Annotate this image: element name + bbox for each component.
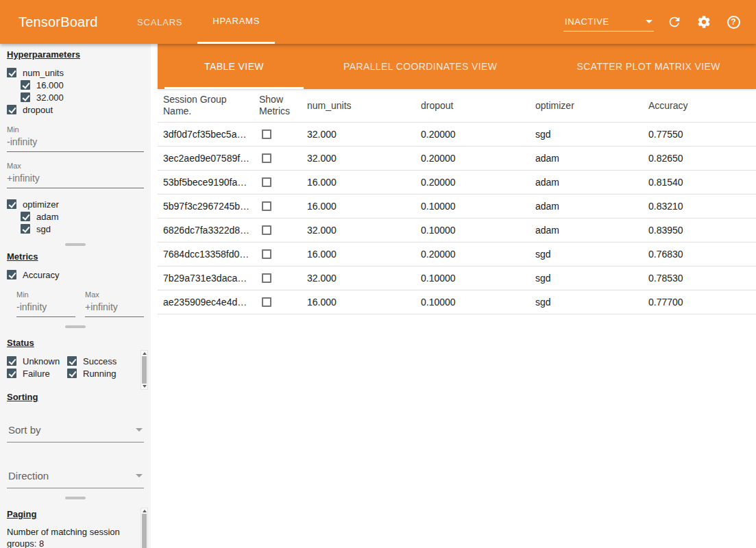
dropout-min-input[interactable] [7, 134, 144, 152]
col-accuracy[interactable]: Accuracy [643, 100, 756, 112]
checkbox-icon[interactable] [7, 356, 16, 366]
metrics-section: Metrics Accuracy Min Max [0, 246, 151, 328]
show-metrics-checkbox[interactable] [262, 297, 271, 307]
hparams-main: TABLE VIEW PARALLEL COORDINATES VIEW SCA… [158, 44, 756, 548]
optimizer-value-adam-label: adam [36, 212, 59, 222]
col-show-metrics[interactable]: Show Metrics [254, 94, 302, 117]
num-units-value: 32.000 [302, 273, 415, 284]
dropout-value: 0.20000 [415, 129, 530, 140]
metric-min-label: Min [16, 290, 75, 299]
scrollbar-thumb[interactable] [142, 514, 147, 548]
checkbox-icon[interactable] [7, 369, 16, 378]
gear-icon [696, 14, 711, 29]
dropout-max-input[interactable] [7, 170, 144, 188]
col-num-units[interactable]: num_units [302, 100, 415, 112]
sort-by-label: Sort by [8, 424, 41, 436]
num-units-value-16-checkbox[interactable]: 16.000 [21, 79, 144, 91]
status-scrollbar[interactable] [141, 350, 148, 390]
hparam-num-units-label: num_units [23, 68, 64, 78]
help-button[interactable]: ? [724, 13, 742, 31]
checkbox-icon[interactable] [7, 105, 16, 114]
checkbox-icon[interactable] [67, 369, 77, 378]
tab-table-view[interactable]: TABLE VIEW [164, 44, 304, 89]
status-failure-checkbox[interactable]: Failure [7, 367, 67, 379]
show-metrics-checkbox[interactable] [262, 273, 271, 283]
accuracy-value: 0.83210 [643, 201, 756, 212]
dropout-value: 0.10000 [415, 273, 530, 284]
optimizer-value: sgd [530, 273, 643, 284]
show-metrics-checkbox[interactable] [262, 249, 271, 259]
session-group-name: ae235909ec4e4d… [158, 297, 254, 308]
metric-max-input[interactable] [85, 299, 144, 317]
optimizer-value: adam [530, 177, 643, 188]
table-row: 7684dcc13358fd0… 16.000 0.20000 sgd 0.76… [158, 242, 756, 266]
accuracy-value: 0.77700 [643, 297, 756, 308]
col-dropout[interactable]: dropout [415, 100, 530, 112]
status-success-label: Success [83, 356, 117, 366]
table-row: ae235909ec4e4d… 16.000 0.10000 sgd 0.777… [158, 290, 756, 314]
optimizer-value: adam [530, 201, 643, 212]
section-drag-handle[interactable] [65, 325, 86, 328]
hparam-optimizer-checkbox[interactable]: optimizer [7, 198, 144, 210]
col-session-group-name[interactable]: Session Group Name. [158, 94, 254, 117]
metrics-heading: Metrics [7, 251, 144, 262]
metric-min-input[interactable] [16, 299, 75, 317]
status-running-checkbox[interactable]: Running [67, 367, 137, 379]
show-metrics-checkbox[interactable] [262, 177, 271, 187]
metric-accuracy-checkbox[interactable]: Accuracy [7, 269, 144, 281]
status-unknown-checkbox[interactable]: Unknown [7, 355, 67, 367]
show-metrics-checkbox[interactable] [262, 153, 271, 163]
hparams-sidebar: Hyperparameters num_units 16.000 32.000 … [0, 44, 151, 548]
accuracy-value: 0.76830 [643, 249, 756, 260]
hparam-num-units-checkbox[interactable]: num_units [7, 66, 144, 79]
section-drag-handle[interactable] [65, 497, 86, 499]
accuracy-value: 0.77550 [643, 129, 756, 140]
dropout-value: 0.10000 [415, 297, 530, 308]
hyperparameters-section: Hyperparameters num_units 16.000 32.000 … [0, 44, 151, 246]
status-success-checkbox[interactable]: Success [67, 355, 137, 367]
checkbox-icon[interactable] [21, 224, 30, 234]
accuracy-value: 0.83950 [643, 225, 756, 236]
show-metrics-checkbox[interactable] [262, 201, 271, 211]
session-group-name: 6826dc7fa3322d82… [158, 225, 254, 236]
checkbox-icon[interactable] [67, 356, 77, 366]
num-units-value-16-label: 16.000 [36, 80, 64, 90]
tab-hparams[interactable]: HPARAMS [197, 0, 275, 44]
chevron-down-icon [136, 474, 143, 477]
session-group-name: 3ec2aed9e07589f… [158, 153, 254, 164]
sorting-section: Sorting Sort by Direction [0, 386, 151, 499]
checkbox-icon[interactable] [7, 199, 16, 209]
metric-accuracy-label: Accuracy [23, 270, 59, 280]
show-metrics-checkbox[interactable] [262, 225, 271, 235]
scrollbar-thumb[interactable] [142, 356, 147, 384]
col-optimizer[interactable]: optimizer [530, 100, 643, 112]
checkbox-icon[interactable] [21, 92, 30, 102]
show-metrics-checkbox[interactable] [262, 129, 271, 139]
scroll-up-icon[interactable] [143, 352, 147, 355]
optimizer-value-adam-checkbox[interactable]: adam [21, 210, 144, 223]
tab-scatter-plot-matrix-view[interactable]: SCATTER PLOT MATRIX VIEW [537, 44, 756, 89]
sort-by-select[interactable]: Sort by [7, 420, 144, 443]
status-options: Unknown Success Failure Running [7, 355, 137, 379]
session-group-name: 53bf5bece9190fa… [158, 177, 254, 188]
hyperparameters-heading: Hyperparameters [7, 49, 144, 60]
scroll-up-icon[interactable] [143, 510, 147, 512]
view-tabs: TABLE VIEW PARALLEL COORDINATES VIEW SCA… [158, 44, 756, 89]
tab-parallel-coordinates-view[interactable]: PARALLEL COORDINATES VIEW [304, 44, 537, 89]
direction-select[interactable]: Direction [7, 466, 144, 488]
refresh-button[interactable] [666, 13, 683, 31]
checkbox-icon[interactable] [7, 270, 16, 279]
paging-scrollbar[interactable] [141, 508, 148, 548]
checkbox-icon[interactable] [21, 80, 30, 90]
optimizer-value-sgd-checkbox[interactable]: sgd [21, 223, 144, 235]
checkbox-icon[interactable] [21, 212, 30, 221]
optimizer-value: adam [530, 153, 643, 164]
status-running-label: Running [83, 369, 116, 379]
settings-button[interactable] [695, 13, 713, 31]
checkbox-icon[interactable] [7, 68, 16, 77]
tab-scalars[interactable]: SCALARS [122, 0, 197, 44]
reload-status-dropdown[interactable]: INACTIVE [563, 13, 654, 32]
num-units-value-32-checkbox[interactable]: 32.000 [21, 91, 144, 103]
hparam-dropout-checkbox[interactable]: dropout [7, 103, 144, 116]
num-units-value-32-label: 32.000 [36, 92, 64, 103]
